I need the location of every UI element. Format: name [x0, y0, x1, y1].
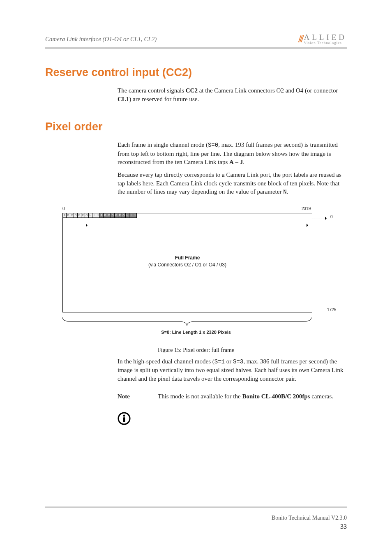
tap-cell: C: [70, 213, 74, 218]
tap-cell: F: [118, 213, 122, 218]
scan-arrow: [83, 225, 309, 225]
svg-rect-2: [123, 417, 125, 422]
running-title: Camera Link interface (O1-O4 or CL1, CL2…: [45, 36, 157, 45]
tap-cell: G: [122, 213, 126, 218]
heading-reserve: Reserve control input (CC2): [45, 66, 347, 79]
pixel-p2: Because every tap directly corresponds t…: [118, 171, 347, 197]
figure-pixel-order: 0 2319 ABCDEFGHIJABCDEFGHIJ Full Frame (…: [45, 206, 347, 354]
tap-cell: A: [100, 213, 104, 218]
tap-cell: C: [107, 213, 111, 218]
note-block: Note This mode is not available for the …: [118, 392, 347, 401]
note-text: This mode is not available for the Bonit…: [158, 392, 333, 401]
tap-cell: J: [96, 213, 100, 218]
tap-row: ABCDEFGHIJABCDEFGHIJ: [63, 213, 137, 217]
page-footer: Bonito Technical Manual V2.3.0 33: [272, 515, 347, 530]
tap-cell: H: [89, 213, 92, 218]
tap-cell: E: [115, 213, 118, 218]
tap-cell: I: [92, 213, 96, 218]
page-header: Camera Link interface (O1-O4 or CL1, CL2…: [45, 29, 347, 45]
pixel-p3: In the high-speed dual channel modes (S=…: [118, 357, 347, 383]
tap-cell: G: [85, 213, 89, 218]
frame-label: Full Frame (via Connectors O2 / O1 or O4…: [63, 254, 312, 268]
note-label: Note: [118, 392, 144, 401]
tap-cell: H: [126, 213, 129, 218]
pixel-p1: Each frame in single channel mode (S=0, …: [118, 141, 347, 166]
footer-rule: [45, 506, 347, 508]
coord-left: 0: [62, 206, 65, 211]
tap-cell: A: [63, 213, 67, 218]
tap-cell: D: [74, 213, 78, 218]
tap-cell: J: [133, 213, 137, 218]
header-rule: [45, 47, 347, 49]
figure-caption: Figure 15: Pixel order: full frame: [45, 346, 347, 354]
brace: [62, 316, 311, 328]
tap-cell: B: [104, 213, 107, 218]
tap-cell: B: [67, 213, 70, 218]
tap-cell: E: [78, 213, 81, 218]
right-annotations: 0 1725: [312, 213, 328, 218]
svg-point-1: [123, 415, 125, 417]
tap-cell: D: [111, 213, 115, 218]
page-number: 33: [272, 523, 347, 530]
reserve-paragraph: The camera control signals CC2 at the Ca…: [118, 86, 347, 103]
logo: /// ALLIED Vision Technologies: [298, 33, 347, 45]
logo-sub-text: Vision Technologies: [304, 41, 347, 45]
doc-title: Bonito Technical Manual V2.3.0: [272, 515, 347, 521]
side-coord-top: 0: [330, 215, 333, 219]
tap-cell: F: [81, 213, 85, 218]
side-coord-bottom: 1725: [327, 308, 336, 312]
heading-pixel-order: Pixel order: [45, 120, 347, 133]
tap-cell: I: [129, 213, 133, 218]
logo-mark-icon: ///: [298, 33, 302, 45]
diagram-bottom-caption: S=0: Line Length 1 x 2320 Pixels: [45, 330, 347, 335]
frame-box: ABCDEFGHIJABCDEFGHIJ Full Frame (via Con…: [62, 213, 312, 312]
coord-right: 2319: [302, 206, 311, 211]
logo-main-text: ALLIED: [304, 33, 347, 41]
info-icon: [118, 412, 131, 425]
